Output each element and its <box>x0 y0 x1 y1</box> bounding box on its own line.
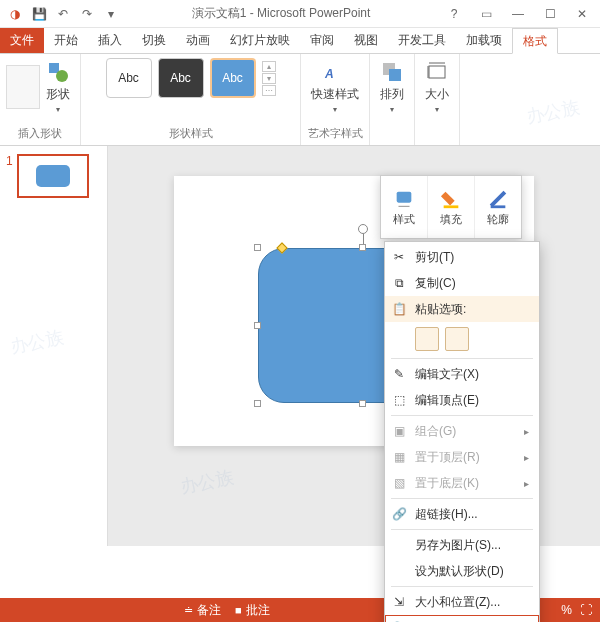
tab-start[interactable]: 开始 <box>44 28 88 53</box>
chevron-down-icon: ▾ <box>435 105 439 114</box>
menu-size-position[interactable]: ⇲大小和位置(Z)... <box>385 589 539 615</box>
tab-animation[interactable]: 动画 <box>176 28 220 53</box>
menu-send-back: ▧置于底层(K)▸ <box>385 470 539 496</box>
thumbnail-shape <box>36 165 70 187</box>
group-icon: ▣ <box>391 423 407 439</box>
resize-handle[interactable] <box>254 400 261 407</box>
arrange-icon <box>380 60 404 84</box>
group-insert-shapes: 形状 ▾ 插入形状 <box>0 54 81 145</box>
group-label: 形状样式 <box>169 124 213 143</box>
app-icon[interactable]: ◑ <box>4 3 26 25</box>
style-swatch-1[interactable]: Abc <box>106 58 152 98</box>
window-controls: ? ▭ ― ☐ ✕ <box>440 3 596 25</box>
tab-format[interactable]: 格式 <box>512 28 558 54</box>
notes-button[interactable]: ≐ 备注 <box>184 602 221 619</box>
tab-transition[interactable]: 切换 <box>132 28 176 53</box>
menu-group: ▣组合(G)▸ <box>385 418 539 444</box>
menu-paste-label: 📋粘贴选项: <box>385 296 539 322</box>
arrange-button[interactable]: 排列 ▾ <box>376 58 408 116</box>
style-swatch-2[interactable]: Abc <box>158 58 204 98</box>
tab-file[interactable]: 文件 <box>0 28 44 53</box>
paste-option-1[interactable] <box>415 327 439 351</box>
resize-handle[interactable] <box>254 244 261 251</box>
svg-rect-8 <box>491 205 506 208</box>
slide-thumbnail[interactable]: 1 <box>6 154 101 198</box>
paste-options <box>385 322 539 356</box>
mini-fill-button[interactable]: 填充 <box>428 176 475 238</box>
ribbon-options-icon[interactable]: ▭ <box>472 3 500 25</box>
group-label: 艺术字样式 <box>308 124 363 143</box>
menu-bring-front: ▦置于顶层(R)▸ <box>385 444 539 470</box>
mini-toolbar: 样式 填充 轮廓 <box>380 175 522 239</box>
fit-window-icon[interactable]: ⛶ <box>580 603 592 617</box>
slide-number: 1 <box>6 154 13 198</box>
zoom-percent[interactable]: % <box>561 603 572 617</box>
submenu-arrow-icon: ▸ <box>524 452 529 463</box>
hyperlink-icon: 🔗 <box>391 506 407 522</box>
svg-rect-0 <box>49 63 59 73</box>
minimize-icon[interactable]: ― <box>504 3 532 25</box>
qat-customize-icon[interactable]: ▾ <box>100 3 122 25</box>
help-icon[interactable]: ? <box>440 3 468 25</box>
tab-review[interactable]: 审阅 <box>300 28 344 53</box>
svg-rect-7 <box>444 205 459 208</box>
style-icon <box>393 188 415 210</box>
svg-text:A: A <box>324 67 334 81</box>
chevron-down-icon: ▾ <box>56 105 60 114</box>
group-label: 插入形状 <box>18 124 62 143</box>
menu-format-shape[interactable]: 🔧设置形状格式(O)... <box>385 615 539 622</box>
close-icon[interactable]: ✕ <box>568 3 596 25</box>
menu-separator <box>391 586 533 587</box>
chevron-down-icon: ▾ <box>333 105 337 114</box>
comments-button[interactable]: ■ 批注 <box>235 602 270 619</box>
ribbon-tabs: 文件 开始 插入 切换 动画 幻灯片放映 审阅 视图 开发工具 加载项 格式 <box>0 28 600 54</box>
menu-separator <box>391 529 533 530</box>
submenu-arrow-icon: ▸ <box>524 426 529 437</box>
menu-set-default-shape[interactable]: 设为默认形状(D) <box>385 558 539 584</box>
fill-icon <box>440 188 462 210</box>
menu-edit-points[interactable]: ⬚编辑顶点(E) <box>385 387 539 413</box>
redo-icon[interactable]: ↷ <box>76 3 98 25</box>
mini-outline-button[interactable]: 轮廓 <box>475 176 521 238</box>
cut-icon: ✂ <box>391 249 407 265</box>
tab-slideshow[interactable]: 幻灯片放映 <box>220 28 300 53</box>
group-shape-styles: Abc Abc Abc ▴▾⋯ 形状样式 <box>81 54 301 145</box>
submenu-arrow-icon: ▸ <box>524 478 529 489</box>
quick-style-button[interactable]: A 快速样式 ▾ <box>307 58 363 116</box>
tab-addins[interactable]: 加载项 <box>456 28 512 53</box>
style-swatch-3[interactable]: Abc <box>210 58 256 98</box>
maximize-icon[interactable]: ☐ <box>536 3 564 25</box>
resize-handle[interactable] <box>359 244 366 251</box>
menu-cut[interactable]: ✂剪切(T) <box>385 244 539 270</box>
shapes-button[interactable]: 形状 ▾ <box>42 58 74 116</box>
paste-option-2[interactable] <box>445 327 469 351</box>
mini-style-button[interactable]: 样式 <box>381 176 428 238</box>
edit-points-icon: ⬚ <box>391 392 407 408</box>
size-button[interactable]: 大小 ▾ <box>421 58 453 116</box>
wordart-icon: A <box>323 60 347 84</box>
save-icon[interactable]: 💾 <box>28 3 50 25</box>
thumbnail-pane[interactable]: 1 <box>0 146 108 546</box>
menu-separator <box>391 498 533 499</box>
paste-icon: 📋 <box>391 301 407 317</box>
context-menu: ✂剪切(T) ⧉复制(C) 📋粘贴选项: ✎编辑文字(X) ⬚编辑顶点(E) ▣… <box>384 241 540 622</box>
tab-developer[interactable]: 开发工具 <box>388 28 456 53</box>
tab-insert[interactable]: 插入 <box>88 28 132 53</box>
menu-edit-text[interactable]: ✎编辑文字(X) <box>385 361 539 387</box>
undo-icon[interactable]: ↶ <box>52 3 74 25</box>
menu-save-as-picture[interactable]: 另存为图片(S)... <box>385 532 539 558</box>
bring-front-icon: ▦ <box>391 449 407 465</box>
menu-copy[interactable]: ⧉复制(C) <box>385 270 539 296</box>
shapes-icon <box>46 60 70 84</box>
resize-handle[interactable] <box>359 400 366 407</box>
resize-handle[interactable] <box>254 322 261 329</box>
svg-rect-6 <box>397 191 412 202</box>
menu-hyperlink[interactable]: 🔗超链接(H)... <box>385 501 539 527</box>
tab-view[interactable]: 视图 <box>344 28 388 53</box>
rotate-handle[interactable] <box>358 224 368 234</box>
shapes-palette[interactable] <box>6 65 40 109</box>
chevron-down-icon: ▾ <box>390 105 394 114</box>
thumbnail-preview[interactable] <box>17 154 89 198</box>
edit-text-icon: ✎ <box>391 366 407 382</box>
style-gallery-scroll[interactable]: ▴▾⋯ <box>262 61 276 96</box>
